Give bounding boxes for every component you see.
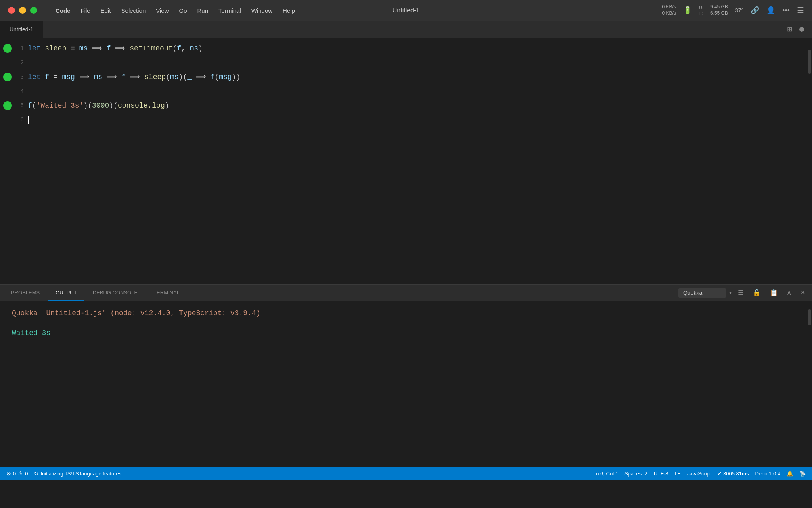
- token-comma-1: ,: [181, 41, 190, 56]
- memory-free: 6.55 GB: [710, 10, 728, 17]
- maximize-button[interactable]: [30, 7, 37, 14]
- token-arrow-5: ⟹: [125, 70, 144, 84]
- line-number-6: 6: [14, 117, 24, 123]
- tab-output[interactable]: OUTPUT: [48, 285, 84, 301]
- code-line-2: [28, 56, 806, 70]
- token-arrow-2: ⟹: [111, 41, 130, 56]
- editor-toolbar: ⊞: [785, 21, 812, 38]
- token-arrow-3: ⟹: [75, 70, 94, 84]
- panel: PROBLEMS OUTPUT DEBUG CONSOLE TERMINAL Q…: [0, 284, 812, 467]
- dropdown-arrow-icon: ▾: [729, 290, 732, 296]
- token-arrow-4: ⟹: [102, 70, 121, 84]
- breakpoint-1[interactable]: [3, 44, 12, 53]
- warning-icon: ⚠: [18, 470, 23, 477]
- tab-label: Untitled-1: [10, 26, 33, 33]
- code-line-3: let f = msg ⟹ ms ⟹ f ⟹ sleep ( ms )( _ ⟹…: [28, 70, 806, 84]
- token-ms-2: ms: [190, 41, 199, 56]
- tab-terminal[interactable]: TERMINAL: [146, 285, 187, 301]
- token-msg-2: msg: [219, 70, 232, 84]
- tab-problems-label: PROBLEMS: [11, 290, 40, 296]
- breakpoint-5[interactable]: [3, 101, 12, 110]
- token-num-1: 3000: [92, 98, 109, 113]
- token-paren-7: (: [32, 98, 36, 113]
- copy-icon[interactable]: 📋: [767, 287, 780, 298]
- network-up: 0 KB/s: [662, 4, 676, 10]
- broadcast-icon[interactable]: 📡: [799, 471, 806, 477]
- spaces-indicator[interactable]: Spaces: 2: [624, 471, 647, 477]
- line-number-1: 1: [14, 45, 24, 52]
- token-sleep: sleep: [45, 41, 66, 56]
- more-icon[interactable]: •••: [782, 6, 790, 15]
- gutter-row-6: 6: [0, 113, 24, 127]
- menu-view[interactable]: View: [156, 7, 169, 14]
- token-eq-3: =: [49, 70, 62, 84]
- token-under: _: [187, 70, 192, 84]
- tab-problems[interactable]: PROBLEMS: [4, 285, 47, 301]
- initializing-text: Initializing JS/TS language features: [40, 471, 121, 477]
- filter-icon[interactable]: ☰: [735, 287, 746, 298]
- list-icon[interactable]: ☰: [797, 6, 804, 15]
- memory-values: 9.45 GB 6.55 GB: [710, 4, 728, 16]
- editor-scrollbar-thumb[interactable]: [808, 50, 811, 74]
- editor-scrollbar[interactable]: [806, 38, 812, 284]
- notification-icon[interactable]: 🔔: [787, 471, 793, 477]
- token-sleep-2: sleep: [144, 70, 166, 84]
- source-select[interactable]: Quokka: [678, 288, 726, 298]
- code-line-1: let sleep = ms ⟹ f ⟹ setTimeout ( f , ms…: [28, 41, 806, 56]
- cursor-position[interactable]: Ln 6, Col 1: [593, 471, 618, 477]
- temperature: 37°: [735, 7, 743, 13]
- encoding-indicator[interactable]: UTF-8: [654, 471, 668, 477]
- menu-run[interactable]: Run: [197, 7, 209, 14]
- initializing-icon: ↻: [34, 471, 38, 477]
- token-let-3: let: [28, 70, 45, 84]
- menu-help[interactable]: Help: [283, 7, 295, 14]
- error-icon: ⊗: [6, 470, 11, 477]
- line-ending-indicator[interactable]: LF: [675, 471, 681, 477]
- more-actions-icon[interactable]: [799, 27, 804, 32]
- menu-window[interactable]: Window: [251, 7, 272, 14]
- source-select-wrapper: Quokka ▾: [678, 288, 732, 298]
- token-paren-1: (: [172, 41, 177, 56]
- link-icon: 🔗: [751, 6, 759, 15]
- close-panel-icon[interactable]: ✕: [798, 287, 808, 298]
- token-paren-6: )): [232, 70, 241, 84]
- split-editor-icon[interactable]: ⊞: [785, 24, 794, 35]
- tab-debug-console[interactable]: DEBUG CONSOLE: [86, 285, 145, 301]
- token-paren-10: ): [165, 98, 169, 113]
- status-right: Ln 6, Col 1 Spaces: 2 UTF-8 LF JavaScrip…: [593, 471, 806, 477]
- token-paren-8: )(: [83, 98, 92, 113]
- line-number-3: 3: [14, 74, 24, 80]
- code-content[interactable]: let sleep = ms ⟹ f ⟹ setTimeout ( f , ms…: [24, 38, 806, 284]
- tab-terminal-label: TERMINAL: [153, 290, 180, 296]
- token-f-2: f: [177, 41, 181, 56]
- network-down: 0 KB/s: [662, 10, 676, 17]
- token-ms-4: ms: [170, 70, 179, 84]
- status-errors[interactable]: ⊗ 0 ⚠ 0: [6, 470, 28, 477]
- gutter-row-2: 2: [0, 56, 24, 70]
- minimize-button[interactable]: [19, 7, 26, 14]
- close-button[interactable]: [8, 7, 15, 14]
- memory-info: U: F:: [699, 5, 703, 16]
- menu-go[interactable]: Go: [179, 7, 187, 14]
- menu-code[interactable]: Code: [56, 7, 71, 14]
- token-arrow-6: ⟹: [192, 70, 211, 84]
- panel-actions: Quokka ▾ ☰ 🔒 📋 ∧ ✕: [678, 285, 808, 301]
- language-mode[interactable]: JavaScript: [687, 471, 711, 477]
- status-bar: ⊗ 0 ⚠ 0 ↻ Initializing JS/TS language fe…: [0, 467, 812, 480]
- line-number-4: 4: [14, 88, 24, 94]
- breakpoint-3[interactable]: [3, 73, 12, 81]
- lock-icon[interactable]: 🔒: [750, 287, 763, 298]
- menu-edit[interactable]: Edit: [101, 7, 111, 14]
- gutter-row-1: 1: [0, 41, 24, 56]
- panel-scrollbar-thumb[interactable]: [808, 309, 811, 325]
- menu-selection[interactable]: Selection: [121, 7, 146, 14]
- token-f-3: f: [45, 70, 49, 84]
- token-paren-2: ): [198, 41, 203, 56]
- panel-scrollbar[interactable]: [806, 301, 812, 467]
- menu-file[interactable]: File: [81, 7, 90, 14]
- token-f-4: f: [121, 70, 126, 84]
- tab-output-label: OUTPUT: [56, 290, 77, 296]
- editor-tab-untitled[interactable]: Untitled-1: [0, 21, 43, 38]
- collapse-icon[interactable]: ∧: [784, 287, 794, 298]
- menu-terminal[interactable]: Terminal: [218, 7, 241, 14]
